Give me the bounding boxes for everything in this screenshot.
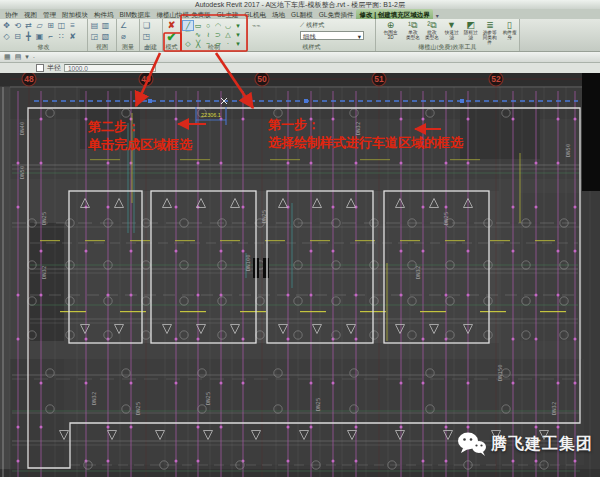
draw-tool-5[interactable]: ▾ [233, 21, 243, 30]
drawing-area[interactable]: DN40DN50DN25DN32DN32DN25DN100DN25DN150DN… [0, 73, 600, 477]
svg-text:DN25: DN25 [261, 210, 267, 223]
ribbon-tab-1[interactable]: 视图 [21, 9, 40, 19]
view-icons[interactable]: ▤▥◲▧ [88, 19, 117, 42]
linestyle-dropdown[interactable]: 细线 ▾ [300, 31, 364, 40]
gls-button-icon: ≣ [486, 20, 494, 30]
radius-checkbox[interactable] [36, 64, 44, 72]
chevron-down-icon: ▾ [358, 32, 361, 39]
ribbon-tab-contextual[interactable]: 修改 | 创建填充区域边界 [356, 9, 432, 19]
draw-tool-4[interactable]: ◡ [223, 21, 233, 30]
svg-text:49: 49 [141, 74, 151, 84]
gls-button-label: 随框过滤 [463, 30, 478, 40]
svg-text:48: 48 [24, 74, 34, 84]
draw-tool-0[interactable]: ╱ [183, 21, 193, 30]
svg-text:52: 52 [491, 74, 501, 84]
svg-text:DN40: DN40 [19, 122, 25, 135]
measure-tool-0[interactable]: ∠ [118, 20, 129, 31]
ribbon-tab-5[interactable]: BIM数据库 [117, 9, 154, 19]
chevron-down-icon[interactable]: ▾ [433, 12, 442, 19]
ribbon-tab-9[interactable]: 场地 [269, 9, 288, 19]
view-toolbar-icon-1[interactable]: ▤ [15, 53, 22, 61]
modify-tool-9[interactable]: ╋ [23, 31, 34, 42]
modify-tool-1[interactable]: ⟲ [12, 20, 23, 31]
draw-tool-6[interactable]: ⌒ [183, 30, 193, 39]
draw-tool-10[interactable]: △ [223, 30, 233, 39]
ribbon-tab-11[interactable]: GL免费插件 [316, 9, 357, 19]
ribbon-tab-0[interactable]: 协作 [2, 9, 21, 19]
modify-tool-3[interactable]: ▱ [34, 20, 45, 31]
measure-tool-1[interactable]: ⌀ [118, 31, 129, 42]
ribbon: ✥⟲⇄▱⊞◫≡◇⊟╋▣⌐∷✘ 修改 ▤▥◲▧ 视图 ∠⌀ 测量 ❏◳⧄ 创建 ✘… [0, 19, 600, 52]
panel-label: 橄榄山(免费)效率工具 [376, 44, 519, 51]
modify-tool-7[interactable]: ◇ [1, 31, 12, 42]
gls-button-icon: ⊕ [387, 20, 395, 30]
modify-tool-6[interactable]: ≡ [67, 20, 78, 31]
panel-label: 绘制 [181, 44, 247, 51]
floor-plan-svg[interactable]: DN40DN50DN25DN32DN32DN25DN100DN25DN150DN… [0, 73, 600, 477]
svg-text:DN25: DN25 [205, 392, 211, 405]
svg-text:51: 51 [374, 74, 384, 84]
modify-tool-12[interactable]: ∷ [56, 31, 67, 42]
ribbon-tab-2[interactable]: 管理 [40, 9, 59, 19]
ribbon-tab-8[interactable]: GL机电 [241, 9, 269, 19]
draw-tool-11[interactable]: ▾ [233, 30, 243, 39]
finish-sketch-button[interactable]: ✔ [166, 31, 176, 44]
modify-tool-2[interactable]: ⇄ [23, 20, 34, 31]
draw-tool-3[interactable]: ◠ [213, 21, 223, 30]
svg-text:DN25: DN25 [135, 402, 141, 415]
svg-text:DN25: DN25 [41, 212, 47, 225]
draw-tool-9[interactable]: ⊃ [213, 30, 223, 39]
ribbon-tab-4[interactable]: 构件坞 [91, 9, 117, 19]
draw-tool-8[interactable]: ≀ [203, 30, 213, 39]
panel-draw: ╱▭○◠◡▾⌒∿≀⊃△▾◇╳~▱·▾ 绘制 [181, 19, 248, 51]
title-bar: Autodesk Revit 2017 - A区地下车库-模板整合.rvt - … [0, 0, 600, 9]
measure-icons[interactable]: ∠⌀ [117, 19, 140, 42]
draw-tool-2[interactable]: ○ [203, 21, 213, 30]
create-tool-1[interactable]: ◳ [141, 31, 152, 42]
panel-label: 视图 [88, 44, 116, 51]
svg-text:22306.1: 22306.1 [201, 112, 221, 118]
create-tool-0[interactable]: ❏ [141, 20, 152, 31]
modify-tool-8[interactable]: ⊟ [12, 31, 23, 42]
modify-tool-13[interactable]: ✘ [67, 31, 78, 42]
panel-label: 修改 [0, 44, 87, 51]
svg-text:DN150: DN150 [497, 364, 503, 381]
view-toolbar-icon-2[interactable]: ▾ [25, 53, 29, 61]
ribbon-tab-6[interactable]: 橄榄山快模-免费版 [154, 9, 214, 19]
svg-text:DN32: DN32 [415, 266, 421, 279]
ribbon-tab-row: 协作视图管理附加模块构件坞BIM数据库橄榄山快模-免费版GL土建GL机电场地GL… [0, 9, 600, 19]
draw-tool-7[interactable]: ∿ [193, 30, 203, 39]
gls-button-label: 构件瘦身 [502, 30, 517, 40]
radius-label: 半径 [47, 63, 61, 73]
modify-tool-5[interactable]: ◫ [56, 20, 67, 31]
modify-tool-0[interactable]: ✥ [1, 20, 12, 31]
svg-text:DN50: DN50 [19, 166, 25, 179]
modify-tool-11[interactable]: ⌐ [45, 31, 56, 42]
svg-text:50: 50 [257, 74, 267, 84]
view-toolbar: ▦▤▾· [0, 52, 600, 63]
ribbon-filler [520, 19, 600, 51]
ribbon-tab-7[interactable]: GL土建 [214, 9, 242, 19]
ribbon-tab-10[interactable]: GL翻模 [288, 9, 316, 19]
gls-button-icon: ▯ [507, 20, 512, 30]
view-toolbar-icon-3[interactable]: · [33, 54, 35, 61]
view-toolbar-icon-0[interactable]: ▦ [4, 53, 11, 61]
linestyle-title: 线样式 [306, 21, 324, 30]
view-tool-0[interactable]: ▤ [89, 20, 100, 31]
view-tool-1[interactable]: ▥ [100, 20, 111, 31]
gls-button-label: 包围盒3D [381, 30, 401, 40]
svg-text:DN25: DN25 [443, 212, 449, 225]
modify-tool-10[interactable]: ▣ [34, 31, 45, 42]
linestyle-icon: ⟋ [300, 22, 304, 29]
draw-tool-1[interactable]: ▭ [193, 21, 203, 30]
modify-icons[interactable]: ✥⟲⇄▱⊞◫≡◇⊟╋▣⌐∷✘ [0, 19, 88, 42]
linestyle-value: 细线 [303, 32, 316, 39]
modify-tool-4[interactable]: ⊞ [45, 20, 56, 31]
radius-value-field[interactable]: 1000.0 [64, 64, 156, 72]
gls-button-label: 批改 类型名 [425, 30, 439, 40]
panel-label: 模式 [163, 44, 180, 51]
view-tool-2[interactable]: ◲ [89, 31, 100, 42]
svg-text:DN50: DN50 [565, 144, 571, 157]
ribbon-tab-3[interactable]: 附加模块 [59, 9, 91, 19]
view-tool-3[interactable]: ▧ [100, 31, 111, 42]
